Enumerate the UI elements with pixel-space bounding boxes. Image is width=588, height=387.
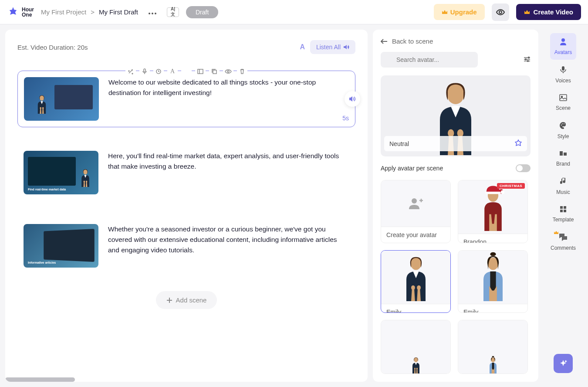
breadcrumb-draft[interactable]: My First Draft bbox=[99, 8, 138, 16]
svg-rect-25 bbox=[560, 95, 567, 101]
speaker-icon bbox=[349, 96, 356, 102]
svg-rect-30 bbox=[560, 151, 563, 156]
breadcrumb-project[interactable]: My First Project bbox=[41, 8, 86, 16]
scene-duration: 5s bbox=[342, 115, 349, 122]
avatar-icon bbox=[559, 37, 567, 48]
side-rail: Avatars Voices Scene Style Brand Music T… bbox=[544, 30, 583, 382]
scene-text[interactable]: Welcome to our website dedicated to all … bbox=[108, 77, 349, 121]
apply-per-scene-label: Apply avatar per scene bbox=[381, 165, 443, 172]
clock-icon[interactable] bbox=[153, 66, 164, 77]
svg-rect-33 bbox=[564, 206, 566, 209]
christmas-badge: CHRISTMAS bbox=[497, 183, 525, 189]
arrow-left-icon bbox=[381, 39, 388, 44]
filter-button[interactable] bbox=[524, 56, 531, 64]
rail-style[interactable]: Style bbox=[550, 117, 576, 144]
scene-card-3[interactable]: Informative articles Whether you're a se… bbox=[17, 218, 355, 274]
apply-per-scene-toggle[interactable] bbox=[516, 164, 531, 172]
create-video-button[interactable]: Create Video bbox=[516, 4, 581, 20]
more-menu-button[interactable] bbox=[145, 6, 160, 18]
play-scene-button[interactable] bbox=[345, 91, 360, 107]
breadcrumb-separator: > bbox=[91, 8, 95, 16]
rail-music[interactable]: Music bbox=[550, 173, 576, 200]
template-icon bbox=[560, 206, 567, 215]
search-avatar-input[interactable] bbox=[381, 52, 478, 68]
avatar-card-emily-suit[interactable]: Emily bbox=[381, 250, 451, 313]
scenes-panel: Est. Video Duration: 20s A Listen All A bbox=[5, 30, 368, 382]
rail-scene[interactable]: Scene bbox=[550, 90, 576, 115]
svg-point-20 bbox=[525, 58, 527, 60]
ai-sparkle-button[interactable] bbox=[554, 354, 573, 373]
avatar-card-extra-1[interactable] bbox=[381, 320, 451, 374]
palette-icon bbox=[559, 122, 567, 132]
sparkle-icon bbox=[559, 359, 568, 368]
svg-rect-34 bbox=[560, 210, 563, 212]
app-header: Hour One My First Project > My First Dra… bbox=[0, 0, 588, 24]
language-button[interactable]: A|文 bbox=[167, 7, 179, 17]
scene-text[interactable]: Here, you'll find real-time market data,… bbox=[108, 151, 349, 194]
svg-point-10 bbox=[152, 13, 153, 14]
logo[interactable]: Hour One bbox=[7, 6, 34, 18]
avatar-card-emily-denim[interactable]: Emily bbox=[458, 250, 528, 313]
svg-point-9 bbox=[149, 13, 150, 14]
user-plus-icon bbox=[408, 197, 424, 210]
draft-badge: Draft bbox=[186, 6, 218, 18]
speaker-icon bbox=[343, 44, 349, 50]
rail-voices[interactable]: Voices bbox=[550, 61, 576, 88]
plus-icon bbox=[166, 297, 172, 303]
text-style-icon[interactable]: A bbox=[300, 43, 305, 51]
magic-icon[interactable] bbox=[125, 66, 136, 77]
back-to-scene[interactable]: Back to scene bbox=[381, 37, 531, 45]
svg-point-29 bbox=[564, 123, 564, 124]
svg-rect-35 bbox=[564, 210, 566, 212]
svg-point-23 bbox=[561, 38, 565, 42]
video-duration: Est. Video Duration: 20s bbox=[17, 44, 88, 51]
scene-text[interactable]: Whether you're a seasoned investor or a … bbox=[108, 224, 349, 268]
svg-rect-13 bbox=[144, 69, 145, 72]
rail-comments[interactable]: Comments bbox=[550, 229, 576, 255]
mic-icon bbox=[560, 66, 566, 76]
create-avatar-card[interactable]: Create your avatar bbox=[381, 180, 451, 243]
listen-all-button[interactable]: Listen All bbox=[310, 40, 355, 54]
brand-icon bbox=[559, 150, 567, 159]
copy-icon[interactable] bbox=[209, 66, 220, 77]
svg-point-26 bbox=[561, 96, 563, 98]
breadcrumb: My First Project > My First Draft bbox=[41, 8, 138, 16]
rail-avatars[interactable]: Avatars bbox=[550, 33, 576, 60]
preview-button[interactable] bbox=[492, 3, 509, 21]
scene-toolbar: A bbox=[17, 66, 355, 77]
svg-point-27 bbox=[561, 125, 562, 126]
svg-rect-32 bbox=[560, 206, 563, 209]
mic-icon[interactable] bbox=[139, 66, 150, 77]
rail-template[interactable]: Template bbox=[550, 201, 576, 227]
layout-icon[interactable] bbox=[195, 66, 206, 77]
scene-thumbnail: Informative articles bbox=[24, 224, 98, 268]
scene-card-2[interactable]: Find real-time market data Here, you'll … bbox=[17, 145, 355, 200]
more-icon bbox=[149, 13, 156, 14]
svg-point-12 bbox=[499, 11, 502, 14]
svg-point-22 bbox=[412, 198, 417, 204]
crown-icon bbox=[524, 10, 530, 15]
visibility-icon[interactable] bbox=[223, 66, 233, 77]
scene-card-1[interactable]: Welcome to our website dedicated to all … bbox=[17, 71, 355, 127]
svg-rect-16 bbox=[213, 70, 216, 74]
upgrade-button[interactable]: Upgrade bbox=[434, 4, 485, 20]
image-icon bbox=[559, 94, 567, 103]
avatar-card-extra-2[interactable] bbox=[458, 320, 528, 374]
horizontal-scrollbar[interactable] bbox=[5, 377, 75, 382]
rail-brand[interactable]: Brand bbox=[550, 146, 576, 171]
avatars-panel: Back to scene Neutral Apply avatar per s… bbox=[373, 30, 538, 382]
star-icon[interactable] bbox=[515, 139, 522, 148]
logo-icon bbox=[7, 6, 19, 18]
scene-thumbnail bbox=[24, 77, 99, 121]
scene-thumbnail: Find real-time market data bbox=[24, 151, 98, 194]
delete-icon[interactable] bbox=[237, 66, 247, 77]
svg-point-21 bbox=[527, 60, 529, 61]
svg-rect-24 bbox=[562, 66, 564, 71]
avatar-expression-label: Neutral bbox=[389, 140, 409, 147]
add-scene-button[interactable]: Add scene bbox=[156, 291, 217, 309]
avatar-card-brandon[interactable]: CHRISTMAS Brandon bbox=[458, 180, 528, 243]
svg-point-28 bbox=[562, 123, 563, 124]
text-icon[interactable]: A bbox=[167, 66, 178, 77]
avatar-grid: Create your avatar CHRISTMAS Brandon Emi… bbox=[381, 180, 531, 374]
crown-icon bbox=[442, 10, 448, 15]
